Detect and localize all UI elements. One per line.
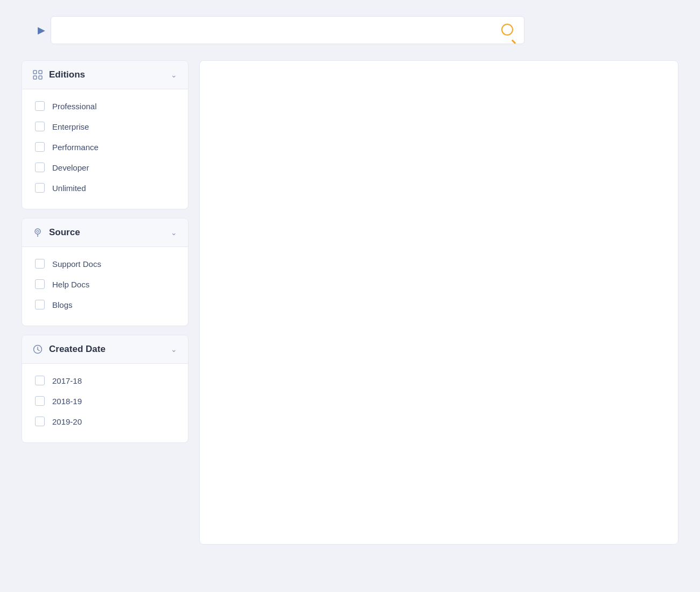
list-item[interactable]: Support Docs (33, 253, 177, 274)
source-filter-body: Support Docs Help Docs Blogs (22, 247, 188, 326)
blogs-checkbox[interactable] (35, 300, 45, 309)
source-title: Source (49, 227, 80, 238)
search-icon (501, 24, 513, 36)
year-2018-19-checkbox[interactable] (35, 396, 45, 406)
svg-point-5 (37, 230, 39, 232)
created-date-filter-body: 2017-18 2018-19 2019-20 (22, 364, 188, 442)
created-date-title: Created Date (49, 344, 106, 355)
support-docs-checkbox[interactable] (35, 259, 45, 269)
created-date-chevron-icon: ⌄ (171, 345, 177, 354)
svg-rect-2 (33, 76, 37, 79)
year-2017-18-checkbox[interactable] (35, 376, 45, 385)
enterprise-checkbox[interactable] (35, 122, 45, 131)
year-2019-20-label: 2019-20 (52, 417, 82, 426)
page-container: ▶ (0, 0, 700, 561)
list-item[interactable]: Professional (33, 96, 177, 116)
professional-label: Professional (52, 102, 97, 111)
editions-filter-section: Editions ⌄ Professional Enterprise (22, 60, 188, 209)
blogs-label: Blogs (52, 300, 73, 309)
search-icon-handle (512, 39, 516, 44)
list-item[interactable]: 2017-18 (33, 370, 177, 391)
list-item[interactable]: Performance (33, 137, 177, 157)
list-item[interactable]: Developer (33, 157, 177, 178)
svg-line-9 (38, 350, 39, 351)
editions-header-left: Editions (33, 69, 85, 80)
created-date-header-left: Created Date (33, 344, 106, 355)
svg-rect-1 (39, 71, 42, 74)
enterprise-label: Enterprise (52, 122, 89, 131)
created-date-filter-header[interactable]: Created Date ⌄ (22, 335, 188, 364)
created-date-filter-section: Created Date ⌄ 2017-18 2018-19 (22, 335, 188, 443)
editions-filter-body: Professional Enterprise Performance Deve… (22, 89, 188, 209)
year-2018-19-label: 2018-19 (52, 397, 82, 406)
help-docs-label: Help Docs (52, 280, 89, 289)
year-2019-20-checkbox[interactable] (35, 417, 45, 426)
list-item[interactable]: Blogs (33, 294, 177, 315)
editions-title: Editions (49, 69, 85, 80)
svg-point-4 (35, 229, 40, 234)
svg-rect-3 (39, 76, 42, 79)
editions-filter-header[interactable]: Editions ⌄ (22, 61, 188, 89)
search-bar-area: ▶ (38, 16, 678, 44)
editions-chevron-icon: ⌄ (171, 71, 177, 79)
performance-checkbox[interactable] (35, 142, 45, 152)
content-area (199, 60, 678, 545)
source-chevron-icon: ⌄ (171, 228, 177, 237)
list-item[interactable]: Enterprise (33, 116, 177, 137)
support-docs-label: Support Docs (52, 259, 101, 269)
list-item[interactable]: Unlimited (33, 178, 177, 198)
list-item[interactable]: 2018-19 (33, 391, 177, 411)
performance-label: Performance (52, 143, 99, 152)
editions-icon (33, 70, 43, 80)
search-input[interactable] (58, 26, 498, 35)
main-layout: Editions ⌄ Professional Enterprise (22, 60, 678, 545)
unlimited-checkbox[interactable] (35, 183, 45, 193)
search-wrapper (51, 16, 524, 44)
unlimited-label: Unlimited (52, 184, 86, 193)
help-docs-checkbox[interactable] (35, 279, 45, 289)
created-date-icon (33, 344, 43, 354)
source-icon (33, 228, 43, 237)
list-item[interactable]: Help Docs (33, 274, 177, 294)
source-header-left: Source (33, 227, 80, 238)
search-button[interactable] (498, 20, 517, 40)
source-filter-header[interactable]: Source ⌄ (22, 219, 188, 247)
professional-checkbox[interactable] (35, 101, 45, 111)
svg-rect-0 (33, 71, 37, 74)
developer-checkbox[interactable] (35, 163, 45, 172)
source-filter-section: Source ⌄ Support Docs Help Docs (22, 218, 188, 326)
sidebar: Editions ⌄ Professional Enterprise (22, 60, 188, 545)
list-item[interactable]: 2019-20 (33, 411, 177, 432)
year-2017-18-label: 2017-18 (52, 376, 82, 385)
cursor-indicator: ▶ (38, 24, 45, 36)
developer-label: Developer (52, 163, 89, 172)
